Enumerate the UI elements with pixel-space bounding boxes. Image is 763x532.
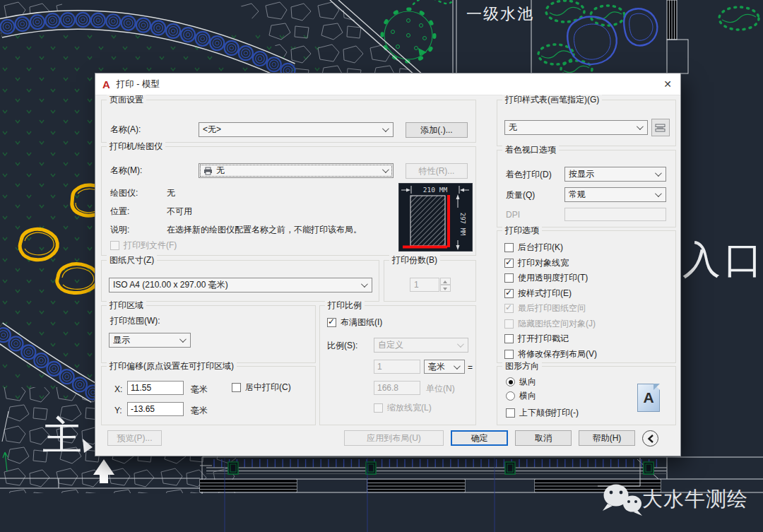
description-value: 在选择新的绘图仪配置名称之前，不能打印该布局。 <box>167 225 362 235</box>
plot-style-combo[interactable]: 无 <box>504 120 648 135</box>
group-copies: 打印份数(B) 1 <box>384 260 476 302</box>
copies-value[interactable]: 1 <box>410 278 439 292</box>
scale-unit-combo[interactable]: 毫米 <box>424 360 465 374</box>
plot-option-checkbox[interactable]: ✓按样式打印(E) <box>504 286 597 302</box>
plotter-label: 绘图仪: <box>110 188 138 198</box>
quality-label: 质量(Q) <box>506 190 535 200</box>
edit-plot-style-button[interactable] <box>651 119 670 136</box>
chevron-down-icon <box>382 125 389 132</box>
cancel-button[interactable]: 取消 <box>515 430 572 446</box>
plot-range-combo[interactable]: 显示 <box>109 333 191 348</box>
portrait-radio[interactable]: 纵向 <box>506 376 536 388</box>
plot-option-checkbox[interactable]: ✓打印对象线宽 <box>504 256 597 271</box>
group-plot-area-legend: 打印区域 <box>107 300 146 311</box>
where-label: 位置: <box>110 206 129 216</box>
chevron-down-icon <box>457 341 464 348</box>
add-page-setup-button[interactable]: 添加(.)... <box>406 122 468 138</box>
printer-name-label: 名称(M): <box>110 165 142 175</box>
dpi-input[interactable] <box>564 208 666 221</box>
apply-to-layout-button[interactable]: 应用到布局(U) <box>344 430 444 446</box>
group-plot-style-legend: 打印样式表(画笔指定)(G) <box>502 95 602 105</box>
preview-height-text: 297 MM <box>459 213 466 236</box>
close-icon[interactable]: ✕ <box>655 78 680 90</box>
offset-x-unit: 毫米 <box>191 384 208 394</box>
group-plot-offset-legend: 打印偏移(原点设置在可打印区域) <box>107 361 237 372</box>
group-page-setup: 页面设置 名称(A): <无> 添加(.)... <box>101 100 476 143</box>
printer-properties-button[interactable]: 特性(R)... <box>406 163 468 179</box>
printer-icon <box>203 167 213 175</box>
plot-option-checkbox[interactable]: ✓打开打印戳记 <box>504 331 597 347</box>
plot-options-list: ✓后台打印(K)✓打印对象线宽✓使用透明度打印(T)✓按样式打印(E)✓最后打印… <box>504 240 597 362</box>
description-label: 说明: <box>110 225 129 235</box>
where-value: 不可用 <box>167 206 192 216</box>
group-orientation-legend: 图形方向 <box>502 361 542 372</box>
chevron-down-icon <box>655 170 662 177</box>
group-orientation: 图形方向 纵向 横向 ✓ 上下颠倒打印(-) A <box>497 366 676 425</box>
preview-width-text: 210 MM <box>423 186 448 194</box>
chevron-down-icon <box>655 190 662 197</box>
plot-option-checkbox[interactable]: ✓隐藏图纸空间对象(J) <box>504 317 597 332</box>
scale-lineweights-checkbox[interactable]: ✓ 缩放线宽(L) <box>374 402 432 414</box>
copies-spinner[interactable]: 1 <box>410 278 451 292</box>
paper-size-combo[interactable]: ISO A4 (210.00 x 297.00 毫米) <box>109 278 372 292</box>
screen: 一级水池 入口 主 大水牛测绘 A 打印 - 模型 ✕ 页面设置 名称(A): … <box>0 0 763 532</box>
orientation-paper-icon: A <box>637 384 660 412</box>
shade-plot-label: 着色打印(D) <box>506 170 552 179</box>
spinner-down-icon[interactable] <box>440 285 451 292</box>
less-options-button[interactable] <box>642 430 658 447</box>
chevron-down-icon <box>179 336 187 343</box>
group-plot-options-legend: 打印选项 <box>502 225 542 236</box>
plot-option-checkbox[interactable]: ✓后台打印(K) <box>504 240 597 256</box>
landscape-radio[interactable]: 横向 <box>506 390 536 402</box>
paper-preview: 210 MM 297 MM <box>398 183 473 252</box>
group-printer: 打印机/绘图仪 名称(M): 无 特性(R)... 绘图仪: 无 位置: 不可用… <box>101 146 476 256</box>
group-plot-area: 打印区域 打印范围(W): 显示 <box>101 305 316 363</box>
plot-option-checkbox[interactable]: ✓最后打印图纸空间 <box>504 301 597 317</box>
group-plot-scale: 打印比例 ✓ 布满图纸(I) 比例(S): 自定义 1 毫米 = 166.8 单… <box>319 305 476 425</box>
offset-x-input[interactable]: 11.55 <box>127 381 184 395</box>
shade-plot-combo[interactable]: 按显示 <box>564 167 666 182</box>
dialog-title: 打印 - 模型 <box>117 78 160 90</box>
quality-combo[interactable]: 常规 <box>564 187 666 202</box>
equals-sign: = <box>468 362 473 372</box>
group-plot-options: 打印选项 ✓后台打印(K)✓打印对象线宽✓使用透明度打印(T)✓按样式打印(E)… <box>497 230 676 363</box>
ok-button[interactable]: 确定 <box>451 430 508 446</box>
group-page-setup-legend: 页面设置 <box>107 95 146 105</box>
fit-to-paper-checkbox[interactable]: ✓ 布满图纸(I) <box>327 317 382 329</box>
chevron-down-icon <box>454 362 461 370</box>
center-plot-checkbox[interactable]: ✓ 居中打印(C) <box>232 382 291 394</box>
autocad-logo-icon: A <box>102 78 110 90</box>
plot-range-label: 打印范围(W): <box>110 316 160 326</box>
help-button[interactable]: 帮助(H) <box>579 430 635 446</box>
group-paper-size: 图纸尺寸(Z) ISO A4 (210.00 x 297.00 毫米) <box>101 260 379 302</box>
dpi-label: DPI <box>506 210 520 220</box>
drawing-units-label: 单位(N) <box>426 384 455 394</box>
offset-y-input[interactable]: -13.65 <box>127 402 184 416</box>
plot-dialog: A 打印 - 模型 ✕ 页面设置 名称(A): <无> 添加(.)... 打印机… <box>95 73 680 456</box>
plot-option-checkbox[interactable]: ✓将修改保存到布局(V) <box>504 347 597 362</box>
scale-combo[interactable]: 自定义 <box>374 338 468 353</box>
upside-down-checkbox[interactable]: ✓ 上下颠倒打印(-) <box>506 407 579 419</box>
plotter-value: 无 <box>167 188 175 198</box>
printer-name-combo[interactable]: 无 <box>199 163 394 178</box>
group-copies-legend: 打印份数(B) <box>389 255 440 266</box>
group-printer-legend: 打印机/绘图仪 <box>107 141 165 152</box>
chevron-left-icon <box>646 434 655 444</box>
page-setup-name-combo[interactable]: <无> <box>199 122 394 137</box>
offset-y-unit: 毫米 <box>191 406 208 415</box>
plot-to-file-checkbox[interactable]: ✓ 打印到文件(F) <box>110 240 177 252</box>
offset-x-label: X: <box>114 384 122 394</box>
group-paper-size-legend: 图纸尺寸(Z) <box>107 255 157 266</box>
dialog-titlebar[interactable]: A 打印 - 模型 ✕ <box>95 73 680 95</box>
spinner-up-icon[interactable] <box>440 278 451 285</box>
plot-option-checkbox[interactable]: ✓使用透明度打印(T) <box>504 271 597 286</box>
group-shaded-viewport: 着色视口选项 着色打印(D) 按显示 质量(Q) 常规 DPI <box>497 150 676 227</box>
scale-paper-units-input[interactable]: 1 <box>374 360 420 374</box>
preview-button[interactable]: 预览(P)... <box>107 430 162 446</box>
group-shaded-legend: 着色视口选项 <box>502 145 559 155</box>
chevron-down-icon <box>382 166 389 173</box>
scale-drawing-units-input[interactable]: 166.8 <box>374 381 420 395</box>
chevron-down-icon <box>361 280 368 288</box>
group-plot-scale-legend: 打印比例 <box>325 300 365 311</box>
group-plot-offset: 打印偏移(原点设置在可打印区域) X: 11.55 毫米 ✓ 居中打印(C) Y… <box>101 366 316 425</box>
